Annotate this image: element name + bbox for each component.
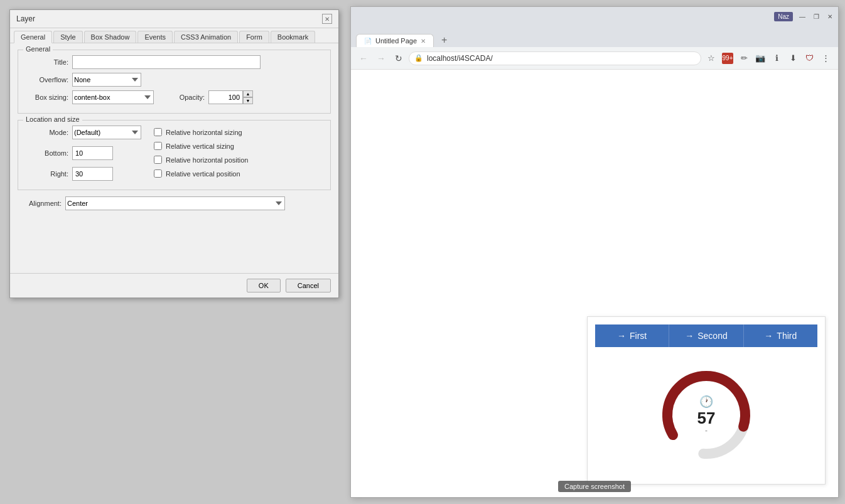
relative-horizontal-position-checkbox[interactable] <box>154 156 162 164</box>
info-button[interactable]: ℹ <box>769 51 784 66</box>
bottom-label: Bottom: <box>24 149 68 157</box>
dialog-close-button[interactable]: ✕ <box>322 14 332 24</box>
title-input[interactable] <box>72 55 261 69</box>
location-right-col: Relative horizontal sizing Relative vert… <box>154 126 248 185</box>
second-label: Second <box>697 331 727 341</box>
back-button[interactable]: ← <box>356 51 371 66</box>
restore-button[interactable]: ❐ <box>812 12 821 21</box>
right-label: Right: <box>24 170 68 178</box>
capture-tooltip: Capture screenshot <box>558 481 631 492</box>
location-section: Location and size Mode: (Default) Absolu… <box>18 120 331 190</box>
cancel-button[interactable]: Cancel <box>286 279 331 292</box>
download-button[interactable]: ⬇ <box>785 51 800 66</box>
title-row: Title: <box>24 55 324 69</box>
close-button[interactable]: ✕ <box>826 12 834 21</box>
box-sizing-select[interactable]: content-box border-box <box>72 90 154 104</box>
relative-vertical-position-label: Relative vertical position <box>166 170 240 178</box>
browser-content: → First → Second → Third <box>351 70 838 497</box>
relative-horizontal-sizing-checkbox[interactable] <box>154 128 162 136</box>
third-button[interactable]: → Third <box>744 324 817 347</box>
overflow-select[interactable]: None Hidden Scroll Auto <box>72 73 141 87</box>
tab-css3-animation[interactable]: CSS3 Animation <box>174 31 238 43</box>
tab-title: Untitled Page <box>375 37 417 45</box>
capture-label: Capture screenshot <box>564 483 625 490</box>
second-arrow-icon: → <box>685 331 694 341</box>
relative-vertical-sizing-label: Relative vertical sizing <box>166 142 234 150</box>
dialog-titlebar: Layer ✕ <box>10 10 338 28</box>
opacity-label: Opacity: <box>170 94 205 101</box>
screenshot-button[interactable]: 📷 <box>753 51 768 66</box>
relative-vertical-position-checkbox[interactable] <box>154 169 162 178</box>
relative-horizontal-position-label: Relative horizontal position <box>166 156 248 164</box>
bottom-input[interactable] <box>72 146 113 160</box>
widget-panel: → First → Second → Third <box>587 316 826 485</box>
dialog-spacer <box>18 217 331 267</box>
first-arrow-icon: → <box>617 331 626 341</box>
ok-button[interactable]: OK <box>247 279 281 292</box>
dialog-footer: OK Cancel <box>10 273 338 298</box>
mode-select[interactable]: (Default) Absolute Relative Fixed <box>72 126 141 139</box>
dialog-body: General Title: Overflow: None Hidden Scr… <box>10 43 338 273</box>
relative-horizontal-sizing-label: Relative horizontal sizing <box>166 129 242 136</box>
opacity-spinner: ▲ ▼ <box>243 90 253 104</box>
tab-style[interactable]: Style <box>53 31 82 43</box>
relative-vertical-sizing-checkbox[interactable] <box>154 142 162 150</box>
general-section-label: General <box>23 45 53 53</box>
forward-button[interactable]: → <box>374 51 389 66</box>
alignment-row: Alignment: Center Left Right <box>18 196 331 210</box>
opacity-wrapper: ▲ ▼ <box>208 90 253 104</box>
first-label: First <box>630 331 647 341</box>
bottom-row: Bottom: <box>24 146 141 160</box>
general-section: General Title: Overflow: None Hidden Scr… <box>18 50 331 114</box>
tab-box-shadow[interactable]: Box Shadow <box>84 31 137 43</box>
user-badge: Naz <box>774 12 793 21</box>
browser-window: Naz — ❐ ✕ 📄 Untitled Page ✕ + ← → ↻ 🔒 lo… <box>350 6 839 498</box>
adblocker-button[interactable]: 🛡 <box>802 51 817 66</box>
gauge-container: 🕐 57 - <box>588 352 825 484</box>
gauge-unit: - <box>697 426 716 435</box>
location-section-label: Location and size <box>23 115 82 123</box>
alignment-label: Alignment: <box>18 200 62 207</box>
gauge-clock-icon: 🕐 <box>697 395 716 409</box>
tab-close-button[interactable]: ✕ <box>421 38 426 45</box>
box-sizing-label: Box sizing: <box>24 94 68 101</box>
checkbox-row-4: Relative vertical position <box>154 169 248 178</box>
opacity-down-btn[interactable]: ▼ <box>243 97 253 104</box>
dialog-tabs: General Style Box Shadow Events CSS3 Ani… <box>10 28 338 43</box>
gauge-value: 57 <box>697 410 716 426</box>
tab-form[interactable]: Form <box>239 31 269 43</box>
location-content: Mode: (Default) Absolute Relative Fixed … <box>24 126 324 185</box>
menu-button[interactable]: ⋮ <box>818 51 833 66</box>
alignment-select[interactable]: Center Left Right <box>65 196 285 210</box>
widget-buttons: → First → Second → Third <box>588 317 825 352</box>
extensions-button[interactable]: 99+ <box>720 51 735 66</box>
bookmark-star-button[interactable]: ☆ <box>704 51 719 66</box>
refresh-button[interactable]: ↻ <box>391 51 406 66</box>
opacity-input[interactable] <box>208 90 243 104</box>
right-input[interactable] <box>72 167 113 181</box>
new-tab-button[interactable]: + <box>438 33 451 47</box>
browser-tab-active[interactable]: 📄 Untitled Page ✕ <box>356 34 434 47</box>
second-button[interactable]: → Second <box>669 324 743 347</box>
tab-general[interactable]: General <box>14 31 52 43</box>
checkbox-row-1: Relative horizontal sizing <box>154 128 248 136</box>
box-sizing-row: Box sizing: content-box border-box Opaci… <box>24 90 324 104</box>
mode-label: Mode: <box>24 129 68 136</box>
address-bar[interactable]: 🔒 localhost/i4SCADA/ <box>409 51 701 65</box>
overflow-label: Overflow: <box>24 76 68 83</box>
minimize-button[interactable]: — <box>798 12 807 21</box>
right-row: Right: <box>24 167 141 181</box>
mode-row: Mode: (Default) Absolute Relative Fixed <box>24 126 141 139</box>
opacity-up-btn[interactable]: ▲ <box>243 90 253 97</box>
pen-button[interactable]: ✏ <box>736 51 751 66</box>
gauge-wrap: 🕐 57 - <box>656 365 756 465</box>
checkbox-row-3: Relative horizontal position <box>154 156 248 164</box>
tab-bookmark[interactable]: Bookmark <box>271 31 316 43</box>
gauge-center: 🕐 57 - <box>697 395 716 435</box>
tab-events[interactable]: Events <box>137 31 173 43</box>
third-label: Third <box>777 331 797 341</box>
browser-titlebar: Naz — ❐ ✕ <box>351 7 838 26</box>
browser-tabbar: 📄 Untitled Page ✕ + <box>351 26 838 47</box>
first-button[interactable]: → First <box>595 324 669 347</box>
browser-navbar: ← → ↻ 🔒 localhost/i4SCADA/ ☆ 99+ ✏ 📷 ℹ ⬇… <box>351 47 838 70</box>
